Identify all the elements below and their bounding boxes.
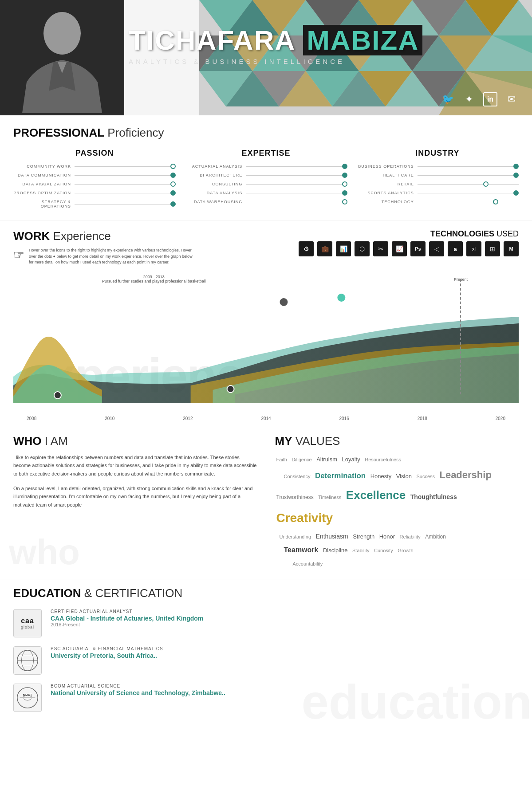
val-growth: Growth: [398, 548, 413, 553]
val-excellence: Excellence: [346, 488, 406, 502]
val-stability: Stability: [352, 548, 370, 553]
tech-icon-tool[interactable]: ✂: [373, 241, 388, 256]
who-section: who WHO I AM I like to explore the relat…: [13, 434, 257, 570]
skill-row: DATA ANALYSIS: [185, 191, 347, 195]
tech-used-block: TECHNOLOGIES USED ⚙ 💼 📊 ⬡ ✂ 📈 Ps ◁ a xl …: [299, 229, 519, 256]
val-vision: Vision: [396, 473, 412, 480]
val-leadership: Leadership: [439, 469, 491, 480]
skill-row: COMMUNITY WORK: [13, 164, 176, 169]
caa-year: 2018-Present: [51, 622, 203, 627]
skill-row: BUSINESS OPERATIONS: [356, 164, 519, 169]
social-icons: 🐦 ✦ in ✉: [441, 92, 519, 106]
tech-icon-bar[interactable]: 📈: [392, 241, 407, 256]
val-accountability: Accountability: [293, 561, 323, 566]
work-header: WORK Experience ☞ Hover over the icons t…: [13, 229, 519, 266]
tech-icon-vs[interactable]: M: [504, 241, 519, 256]
val-teamwork: Teamwork: [284, 546, 319, 554]
skill-row: RETAIL: [356, 182, 519, 186]
skill-row: CONSULTING: [185, 182, 347, 186]
skill-row: DATA VISUALIZATION: [13, 182, 176, 186]
val-honesty: Honesty: [370, 473, 392, 480]
tech-icon-briefcase[interactable]: 💼: [317, 241, 332, 256]
edu-item-caa: caa global CERTIFIED ACTUARIAL ANALYST C…: [13, 609, 519, 637]
expertise-col: EXPERTISE ACTUARIAL ANALYSIS BI ARCHITEC…: [185, 149, 347, 213]
who-content: WHO I AM I like to explore the relations…: [13, 434, 257, 509]
values-cloud: Faith Diligence Altruism Loyalty Resourc…: [275, 452, 519, 570]
who-values-section: who WHO I AM I like to explore the relat…: [0, 425, 532, 579]
tech-icon-chart[interactable]: 📊: [336, 241, 351, 256]
skill-row: BI ARCHITECTURE: [185, 173, 347, 177]
tech-icon-play[interactable]: ◁: [429, 241, 444, 256]
tech-icon-amazon[interactable]: a: [448, 241, 463, 256]
header: TICHAFARA MABIZA ANALYTICS & BUSINESS IN…: [0, 0, 532, 115]
who-para2: On a personal level, I am detail-oriente…: [13, 484, 257, 509]
header-subtitle: ANALYTICS & BUSINESS INTELLIGENCE: [129, 58, 422, 65]
work-description: Hover over the icons to the right to hig…: [29, 248, 193, 266]
x-axis: 2008 2010 2012 2014 2016 2018 2020: [13, 416, 519, 421]
val-strength: Strength: [353, 533, 374, 540]
edu-item-pretoria: BSC ACTUARIAL & FINANCIAL MATHEMATICS Un…: [13, 646, 519, 675]
val-trustworthiness: Trustworthiness: [276, 494, 314, 500]
val-honor: Honor: [379, 533, 395, 540]
pretoria-logo: [13, 646, 42, 675]
hand-icon: ☞: [13, 248, 24, 266]
education-items: caa global CERTIFIED ACTUARIAL ANALYST C…: [13, 609, 519, 712]
edu-detail-nust: BCOM ACTUARIAL SCIENCE National Universi…: [51, 684, 225, 696]
nust-institution: National University of Science and Techn…: [51, 689, 225, 696]
proficiency-title: PROFESSIONAL Proficiency: [13, 126, 519, 140]
tech-title: TECHNOLOGIES USED: [299, 229, 519, 239]
passion-col: PASSION COMMUNITY WORK DATA COMMUNICATIO…: [13, 149, 176, 213]
who-bg-text: who: [9, 535, 80, 570]
svg-point-39: [227, 385, 234, 393]
skill-row: DATA WAREHOUSING: [185, 200, 347, 204]
val-consistency: Consistency: [284, 474, 311, 479]
work-title-block: WORK Experience ☞ Hover over the icons t…: [13, 229, 193, 266]
passion-title: PASSION: [13, 149, 176, 158]
svg-point-38: [54, 392, 61, 399]
tech-icon-settings[interactable]: ⚙: [299, 241, 314, 256]
nust-logo: NUST: [13, 684, 42, 712]
stream-chart: experience 2009 - 2013 Pursued further s…: [13, 270, 519, 421]
edu-item-nust: NUST BCOM ACTUARIAL SCIENCE National Uni…: [13, 684, 519, 712]
header-name: TICHAFARA MABIZA: [129, 27, 422, 54]
social-icon-2[interactable]: ✦: [462, 92, 476, 106]
who-title: WHO I AM: [13, 434, 257, 448]
svg-point-40: [279, 298, 288, 307]
val-diligence: Diligence: [292, 457, 311, 462]
skill-row: DATA COMMUNICATION: [13, 173, 176, 177]
val-timeliness: Timeliness: [318, 495, 341, 500]
val-determination: Determination: [315, 472, 366, 480]
tech-icon-ps[interactable]: Ps: [410, 241, 426, 256]
work-section: WORK Experience ☞ Hover over the icons t…: [0, 220, 532, 425]
tech-icon-hex[interactable]: ⬡: [355, 241, 370, 256]
caa-institution: CAA Global - Institute of Actuaries, Uni…: [51, 615, 203, 622]
val-resourcefulness: Resourcefulness: [365, 457, 401, 462]
skill-row: ACTUARIAL ANALYSIS: [185, 164, 347, 169]
val-loyalty: Loyalty: [342, 456, 360, 463]
val-altruism: Altruism: [316, 456, 337, 463]
tech-icons: ⚙ 💼 📊 ⬡ ✂ 📈 Ps ◁ a xl ⊞ M: [299, 241, 519, 256]
skill-row: SPORTS ANALYTICS: [356, 191, 519, 195]
edu-detail-caa: CERTIFIED ACTUARIAL ANALYST CAA Global -…: [51, 609, 203, 627]
work-title: WORK Experience: [13, 229, 193, 243]
proficiency-grid: PASSION COMMUNITY WORK DATA COMMUNICATIO…: [13, 149, 519, 213]
val-understanding: Understanding: [280, 534, 311, 539]
svg-point-41: [337, 293, 346, 302]
tech-icon-grid[interactable]: ⊞: [485, 241, 500, 256]
present-line: [460, 279, 461, 394]
values-section: MY VALUES Faith Diligence Altruism Loyal…: [275, 434, 519, 570]
values-title: MY VALUES: [275, 434, 519, 448]
industry-col: INDUSTRY BUSINESS OPERATIONS HEALTHCARE …: [356, 149, 519, 213]
education-section: education EDUCATION & CERTIFICATION caa …: [0, 579, 532, 730]
email-icon[interactable]: ✉: [504, 92, 519, 106]
twitter-icon[interactable]: 🐦: [441, 92, 455, 106]
edu-detail-pretoria: BSC ACTUARIAL & FINANCIAL MATHEMATICS Un…: [51, 646, 163, 659]
linkedin-icon[interactable]: in: [483, 92, 497, 106]
tech-icon-excel[interactable]: xl: [466, 241, 481, 256]
val-curiosity: Curiosity: [374, 548, 393, 553]
first-name: TICHAFARA: [129, 25, 295, 55]
val-success: Success: [416, 474, 435, 479]
val-thoughtfulness: Thoughtfulness: [410, 493, 457, 500]
val-enthusiasm: Enthusiasm: [316, 533, 348, 540]
val-creativity: Creativity: [276, 511, 333, 525]
